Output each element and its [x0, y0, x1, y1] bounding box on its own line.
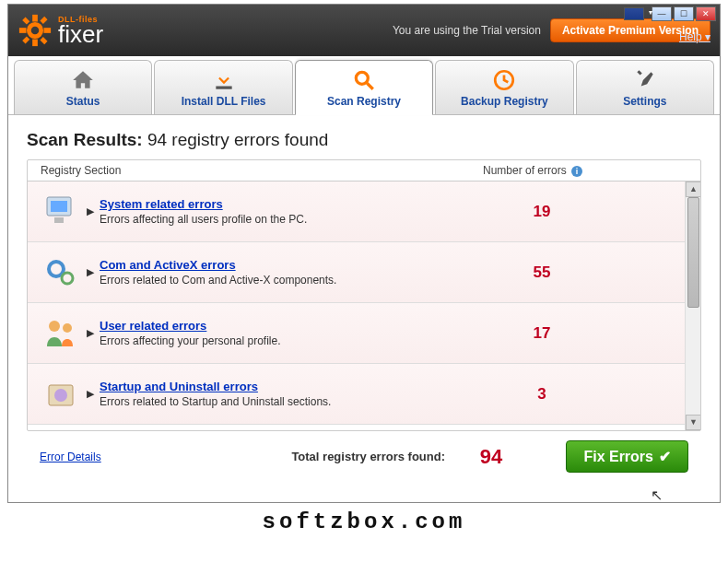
row-desc: Errors related to Com and Active-X compo…	[100, 274, 477, 287]
minimize-button[interactable]: —	[652, 6, 672, 21]
svg-point-10	[356, 72, 368, 84]
svg-point-21	[54, 389, 67, 402]
svg-rect-15	[54, 217, 64, 223]
gear-logo-icon	[18, 13, 53, 48]
error-count: 19	[477, 203, 606, 221]
watermark: softzbox.com	[0, 507, 728, 536]
table-row: ▶ Com and ActiveX errors Errors related …	[28, 242, 700, 303]
window-controls: — ☐ ✕	[624, 6, 716, 21]
svg-point-19	[63, 323, 72, 333]
users-icon	[37, 312, 87, 355]
svg-rect-14	[51, 201, 67, 212]
scroll-up-button[interactable]: ▲	[686, 181, 700, 197]
svg-rect-5	[22, 18, 29, 25]
scroll-thumb[interactable]	[687, 197, 699, 308]
table-row: ▶ User related errors Errors affecting y…	[28, 303, 700, 364]
tab-label: Scan Registry	[327, 95, 401, 108]
tab-settings[interactable]: Settings	[576, 60, 714, 114]
row-link-system[interactable]: System related errors	[100, 197, 477, 211]
home-icon	[70, 67, 96, 93]
table-row: ▶ System related errors Errors affecting…	[28, 181, 700, 242]
package-icon	[37, 373, 87, 416]
svg-rect-8	[40, 37, 47, 44]
cursor-icon: ↖	[651, 486, 663, 504]
tab-scan-registry[interactable]: Scan Registry	[295, 60, 433, 114]
main-tabs: Status Install DLL Files Scan Registry B…	[8, 56, 720, 115]
titlebar: DLL-files fixer You are using the Trial …	[8, 5, 720, 56]
svg-point-0	[29, 24, 41, 36]
content-area: Scan Results: 94 registry errors found R…	[8, 115, 720, 502]
row-link-startup[interactable]: Startup and Uninstall errors	[100, 380, 477, 393]
error-count: 17	[477, 324, 606, 343]
tab-label: Backup Registry	[461, 95, 548, 108]
system-icon	[37, 191, 87, 233]
tab-label: Settings	[623, 95, 666, 108]
scan-results-heading: Scan Results: 94 registry errors found	[27, 130, 701, 150]
help-menu[interactable]: Help ▾	[679, 30, 710, 43]
svg-rect-7	[22, 36, 29, 43]
tools-icon	[632, 67, 658, 93]
expand-arrow-icon[interactable]: ▶	[87, 266, 100, 278]
tab-backup-registry[interactable]: Backup Registry	[435, 60, 573, 114]
row-link-com[interactable]: Com and ActiveX errors	[100, 258, 477, 272]
scroll-down-button[interactable]: ▼	[686, 415, 700, 430]
expand-arrow-icon[interactable]: ▶	[87, 205, 100, 217]
svg-line-11	[367, 83, 373, 89]
expand-arrow-icon[interactable]: ▶	[87, 327, 100, 339]
trial-notice: You are using the Trial version	[393, 24, 541, 37]
table-header: Registry Section Number of errors i	[28, 160, 700, 181]
maximize-button[interactable]: ☐	[674, 6, 694, 21]
total-value: 94	[445, 445, 537, 469]
svg-point-18	[49, 321, 60, 332]
logo: DLL-files fixer	[18, 13, 103, 48]
total-label: Total registry errors found:	[224, 450, 445, 463]
rows-container: ▶ System related errors Errors affecting…	[28, 181, 700, 430]
svg-rect-9	[216, 87, 231, 89]
tab-status[interactable]: Status	[14, 60, 152, 114]
tab-install-dll[interactable]: Install DLL Files	[154, 60, 292, 114]
col-number-errors: Number of errors i	[483, 164, 687, 177]
tab-label: Status	[66, 95, 100, 108]
error-count: 3	[477, 385, 606, 404]
table-row: ▶ Startup and Uninstall errors Errors re…	[28, 364, 700, 425]
row-desc: Errors affecting your personal profile.	[100, 334, 477, 347]
row-desc: Errors affecting all users profile on th…	[100, 213, 477, 226]
results-box: Registry Section Number of errors i ▶ Sy…	[27, 159, 701, 431]
fix-errors-button[interactable]: Fix Errors✔	[566, 440, 688, 473]
svg-rect-3	[19, 28, 27, 33]
row-link-user[interactable]: User related errors	[100, 319, 477, 333]
tab-label: Install DLL Files	[182, 95, 266, 108]
clock-icon	[491, 67, 517, 93]
col-registry-section: Registry Section	[41, 164, 483, 177]
check-icon: ✔	[659, 448, 671, 465]
expand-arrow-icon[interactable]: ▶	[87, 388, 100, 400]
svg-point-17	[62, 273, 73, 284]
svg-rect-1	[32, 15, 38, 22]
download-icon	[211, 67, 237, 93]
row-desc: Errors related to Startup and Uninstall …	[100, 395, 477, 408]
svg-rect-2	[32, 40, 38, 47]
svg-rect-4	[44, 28, 52, 33]
app-window: DLL-files fixer You are using the Trial …	[7, 4, 721, 503]
search-icon	[351, 67, 377, 93]
svg-point-16	[49, 262, 64, 276]
footer-row: Error Details Total registry errors foun…	[27, 431, 701, 473]
svg-rect-6	[40, 17, 47, 24]
close-button[interactable]: ✕	[696, 6, 716, 21]
error-count: 55	[477, 263, 606, 282]
gears-icon	[37, 252, 87, 294]
logo-big-text: fixer	[58, 22, 103, 46]
language-flag-dropdown[interactable]	[624, 7, 644, 20]
scrollbar: ▲ ▼	[685, 181, 700, 430]
error-details-link[interactable]: Error Details	[40, 451, 224, 463]
info-icon[interactable]: i	[571, 166, 582, 177]
